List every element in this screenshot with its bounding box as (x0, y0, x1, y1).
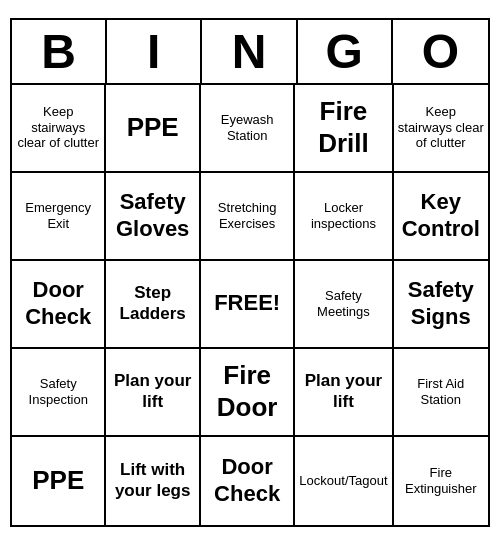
bingo-cell-19: First Aid Station (394, 349, 488, 437)
bingo-cell-14: Safety Signs (394, 261, 488, 349)
bingo-cell-6: Safety Gloves (106, 173, 200, 261)
bingo-cell-13: Safety Meetings (295, 261, 393, 349)
cell-text-4: Keep stairways clear of clutter (398, 104, 484, 151)
bingo-cell-2: Eyewash Station (201, 85, 295, 173)
cell-text-16: Plan your lift (110, 371, 194, 412)
bingo-cell-18: Plan your lift (295, 349, 393, 437)
bingo-cell-4: Keep stairways clear of clutter (394, 85, 488, 173)
bingo-cell-0: Keep stairways clear of clutter (12, 85, 106, 173)
cell-text-3: Fire Drill (299, 96, 387, 158)
bingo-cell-9: Key Control (394, 173, 488, 261)
bingo-cell-15: Safety Inspection (12, 349, 106, 437)
cell-text-12: FREE! (214, 290, 280, 316)
bingo-cell-11: Step Ladders (106, 261, 200, 349)
cell-text-18: Plan your lift (299, 371, 387, 412)
bingo-cell-1: PPE (106, 85, 200, 173)
cell-text-10: Door Check (16, 277, 100, 330)
bingo-cell-10: Door Check (12, 261, 106, 349)
cell-text-17: Fire Door (205, 360, 289, 422)
cell-text-19: First Aid Station (398, 376, 484, 407)
bingo-grid: Keep stairways clear of clutterPPEEyewas… (12, 85, 488, 525)
bingo-cell-12: FREE! (201, 261, 295, 349)
bingo-cell-24: Fire Extinguisher (394, 437, 488, 525)
bingo-header: BINGO (12, 20, 488, 85)
cell-text-14: Safety Signs (398, 277, 484, 330)
cell-text-22: Door Check (205, 454, 289, 507)
bingo-cell-21: Lift with your legs (106, 437, 200, 525)
cell-text-20: PPE (32, 465, 84, 496)
cell-text-24: Fire Extinguisher (398, 465, 484, 496)
bingo-cell-8: Locker inspections (295, 173, 393, 261)
cell-text-6: Safety Gloves (110, 189, 194, 242)
cell-text-15: Safety Inspection (16, 376, 100, 407)
cell-text-7: Stretching Exercises (205, 200, 289, 231)
bingo-card: BINGO Keep stairways clear of clutterPPE… (10, 18, 490, 527)
cell-text-21: Lift with your legs (110, 460, 194, 501)
bingo-letter-n: N (202, 20, 297, 83)
bingo-cell-16: Plan your lift (106, 349, 200, 437)
bingo-cell-17: Fire Door (201, 349, 295, 437)
cell-text-2: Eyewash Station (205, 112, 289, 143)
bingo-letter-i: I (107, 20, 202, 83)
bingo-letter-g: G (298, 20, 393, 83)
cell-text-0: Keep stairways clear of clutter (16, 104, 100, 151)
bingo-cell-3: Fire Drill (295, 85, 393, 173)
cell-text-9: Key Control (398, 189, 484, 242)
cell-text-8: Locker inspections (299, 200, 387, 231)
cell-text-5: Emergency Exit (16, 200, 100, 231)
cell-text-23: Lockout/Tagout (299, 473, 387, 489)
bingo-letter-o: O (393, 20, 488, 83)
bingo-letter-b: B (12, 20, 107, 83)
bingo-cell-5: Emergency Exit (12, 173, 106, 261)
cell-text-11: Step Ladders (110, 283, 194, 324)
bingo-cell-22: Door Check (201, 437, 295, 525)
bingo-cell-20: PPE (12, 437, 106, 525)
bingo-cell-23: Lockout/Tagout (295, 437, 393, 525)
cell-text-1: PPE (127, 112, 179, 143)
bingo-cell-7: Stretching Exercises (201, 173, 295, 261)
cell-text-13: Safety Meetings (299, 288, 387, 319)
